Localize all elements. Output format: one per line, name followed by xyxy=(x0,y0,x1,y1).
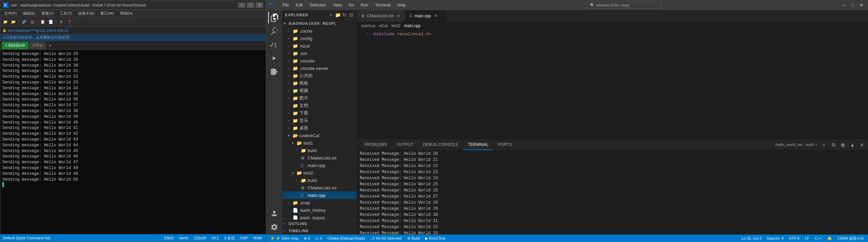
tree-item-test1[interactable]: ▾ 📂 test1 xyxy=(282,139,357,147)
tree-item-public[interactable]: › 📁 公共的 xyxy=(282,72,357,79)
xshell-tab-2[interactable]: 2 中⊕ xyxy=(29,42,46,49)
statusbar-ssh[interactable]: ⚡ ⚡ SSH: resp xyxy=(269,236,300,241)
vscode-menu-run[interactable]: Run xyxy=(358,1,371,9)
panel-tab-terminal[interactable]: TERMINAL xyxy=(463,140,493,150)
menu-tabs[interactable]: 选项卡(A) xyxy=(75,10,97,17)
vscode-menu-selection[interactable]: Selection xyxy=(307,1,329,9)
toolbar-new-session[interactable]: 📁 xyxy=(2,19,9,25)
menu-help[interactable]: 帮助(H) xyxy=(117,10,135,17)
tree-item-music[interactable]: › 📁 音乐 xyxy=(282,117,357,124)
vscode-menu-go[interactable]: Go xyxy=(346,1,357,9)
activity-explorer[interactable] xyxy=(268,12,280,24)
vscode-menu-file[interactable]: File xyxy=(280,1,292,9)
xshell-tab-1[interactable]: 1 初始选ssh xyxy=(2,42,28,49)
breadcrumb-test2[interactable]: test2 xyxy=(391,23,400,28)
tree-item-cache[interactable]: › 📁 .cache xyxy=(282,27,357,35)
tree-item-snap[interactable]: › 📁 .snap xyxy=(282,199,357,206)
toolbar-copy[interactable]: 📋 xyxy=(39,19,46,25)
panel-maximize[interactable]: ▲ xyxy=(849,142,856,148)
breadcrumb-maincpp[interactable]: main.cpp xyxy=(404,23,421,28)
vscode-close[interactable]: ✕ xyxy=(858,2,865,8)
tree-item-ssh[interactable]: › 📁 .ssh xyxy=(282,50,357,57)
xshell-terminal[interactable]: Sending message: Hello World 28 Sending … xyxy=(0,50,266,234)
tree-item-test2-cmake[interactable]: ⚙ CMakeLists.txt xyxy=(282,184,357,191)
tree-item-test1-build[interactable]: › 📁 build xyxy=(282,147,357,154)
tree-item-test2-build[interactable]: › 📁 build xyxy=(282,176,357,184)
vscode-minimize[interactable]: ─ xyxy=(840,2,848,8)
tree-item-vscode-server[interactable]: › 📁 .vscode-server xyxy=(282,64,357,72)
panel-tab-problems[interactable]: PROBLEMS xyxy=(360,140,392,150)
tree-item-test1-cpp[interactable]: C main.cpp xyxy=(282,162,357,169)
activity-settings[interactable] xyxy=(268,221,280,233)
refresh-button[interactable]: ↻ xyxy=(342,12,347,18)
tree-item-bash-history[interactable]: 📄 .bash_history xyxy=(282,206,357,214)
collapse-all-button[interactable]: ⊟ xyxy=(349,12,354,18)
tree-item-test1-cmake[interactable]: ⚙ CMakeLists.txt xyxy=(282,154,357,162)
maximize-button[interactable]: □ xyxy=(247,2,254,8)
menu-edit[interactable]: 编辑(E) xyxy=(20,10,38,17)
menu-file[interactable]: 文件(F) xyxy=(2,10,19,17)
panel-close[interactable]: ✕ xyxy=(859,142,865,148)
tree-item-videos[interactable]: › 📁 视频 xyxy=(282,87,357,94)
panel-tab-ports[interactable]: PORTS xyxy=(493,140,516,150)
minimize-button[interactable]: ─ xyxy=(238,2,245,8)
panel-split-terminal[interactable]: ⧉ xyxy=(830,142,837,148)
tree-item-bash-logout[interactable]: 📄 .bash_logout xyxy=(282,214,357,220)
panel-tab-output[interactable]: OUTPUT xyxy=(392,140,418,150)
new-file-button[interactable]: + xyxy=(328,12,334,18)
tree-item-test2[interactable]: ▾ 📂 test2 xyxy=(282,169,357,176)
vscode-search-box[interactable]: 🔍 xiaohua [SSH: resp] xyxy=(587,1,662,9)
toolbar-connect[interactable]: 🔗 xyxy=(20,19,28,25)
toolbar-settings[interactable]: ⚙ xyxy=(58,19,65,25)
activity-extensions[interactable] xyxy=(268,66,280,78)
outline-section[interactable]: › OUTLINE xyxy=(282,220,357,227)
activity-search[interactable] xyxy=(268,25,280,37)
menu-window[interactable]: 窗口(W) xyxy=(98,10,117,17)
xshell-tab-add[interactable]: + xyxy=(46,42,53,49)
tree-item-pictures[interactable]: › 📁 图片 xyxy=(282,94,357,102)
tree-item-local[interactable]: › 📁 .local xyxy=(282,42,357,50)
activity-source-control[interactable] xyxy=(268,39,280,51)
toolbar-help[interactable]: ❓ xyxy=(66,19,73,25)
statusbar-errors[interactable]: ⊗ 0 xyxy=(302,236,311,241)
code-area[interactable]: #include <ecal/ecal.h> xyxy=(371,31,868,138)
tree-item-templates[interactable]: › 📁 模板 xyxy=(282,79,357,87)
vscode-maximize[interactable]: □ xyxy=(849,2,856,8)
statusbar-notification[interactable]: 🔔 xyxy=(826,236,833,241)
vscode-menu-help[interactable]: Help xyxy=(395,1,409,9)
activity-accounts[interactable] xyxy=(268,207,280,220)
vscode-menu-terminal[interactable]: Terminal xyxy=(372,1,393,9)
vscode-menu-edit[interactable]: Edit xyxy=(293,1,305,9)
vscode-menu-view[interactable]: View xyxy=(330,1,344,9)
tree-item-downloads[interactable]: › 📁 下载 xyxy=(282,109,357,117)
tree-item-config[interactable]: › 📁 .config xyxy=(282,35,357,42)
tree-item-desktop[interactable]: › 📁 桌面 xyxy=(282,124,357,132)
tree-item-documents[interactable]: › 📁 文档 xyxy=(282,102,357,109)
tree-item-test2-cpp[interactable]: C main.cpp xyxy=(282,191,357,199)
close-button[interactable]: ✕ xyxy=(256,2,263,8)
explorer-root[interactable]: ▾ XIAOHUA [SSH: RESP] xyxy=(282,20,357,27)
toolbar-open[interactable]: 📂 xyxy=(10,19,17,25)
statusbar-warnings[interactable]: ⚠ 0 xyxy=(314,236,323,241)
panel-tab-debug-console[interactable]: DEBUG CONSOLE xyxy=(418,140,463,150)
toolbar-paste[interactable]: 📄 xyxy=(47,19,55,25)
panel-add-terminal[interactable]: + xyxy=(821,142,827,148)
new-folder-button[interactable]: 📁 xyxy=(335,12,340,18)
tree-item-vscode[interactable]: › 📁 .vscode xyxy=(282,57,357,64)
cmake-tab-close[interactable]: ✕ xyxy=(396,13,401,19)
editor-tab-cpp[interactable]: C main.cpp ✕ xyxy=(406,10,446,22)
activity-run-debug[interactable] xyxy=(268,52,280,64)
tree-item-code-ecal[interactable]: ▾ 📂 code/eCal xyxy=(282,132,357,139)
menu-tools[interactable]: 工具(T) xyxy=(57,10,75,17)
menu-view[interactable]: 查看(V) xyxy=(39,10,57,17)
breadcrumb-ecal[interactable]: eCal xyxy=(379,23,388,28)
editor-content[interactable]: 1 #include <ecal/ecal.h> xyxy=(357,30,868,139)
timeline-section[interactable]: › TIMELINE xyxy=(282,227,357,235)
breadcrumb-xiaohua[interactable]: xiaohua xyxy=(361,23,375,28)
panel-content[interactable]: Received Message: Hello World 20 Receive… xyxy=(357,150,868,235)
panel-kill-terminal[interactable]: 🗑 xyxy=(840,142,846,148)
statusbar-build[interactable]: ⚙ Build xyxy=(406,236,421,241)
statusbar-run[interactable]: ▶ RunCTest xyxy=(424,236,447,241)
editor-tab-cmake[interactable]: ⚙ CMakeLists.txt ✕ xyxy=(357,10,406,22)
toolbar-disconnect[interactable]: ⛓ xyxy=(28,19,36,25)
